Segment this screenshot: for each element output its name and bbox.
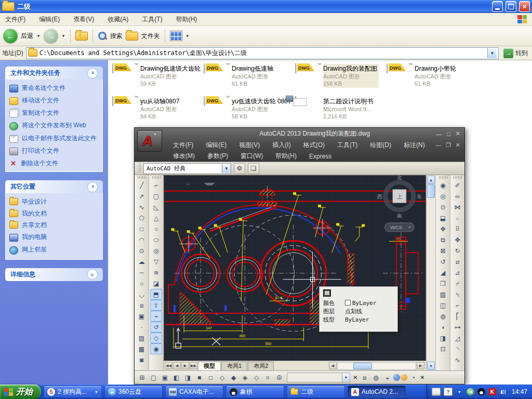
ne-iso-icon[interactable]: ◈ [240,373,250,383]
views-icon[interactable] [170,31,182,41]
views-dropdown-icon[interactable]: ▼ [185,34,190,38]
arc-tool-icon[interactable]: ◠ [136,234,148,245]
scroll-up-icon[interactable]: ▲ [427,176,435,184]
file-tile[interactable]: DWG™ Drawing低速级大齿轮AutoCAD 图形59 KB [112,64,204,95]
toolbar-close-icon[interactable]: ✕ [352,374,358,382]
tab-model[interactable]: 模型 [198,362,221,370]
planar-surface-tool-icon[interactable]: ◪ [150,278,162,289]
doc-minimize-button[interactable]: — [435,142,441,149]
copy-faces-icon[interactable]: ❐ [437,278,449,289]
bottom-view-icon[interactable]: ▣ [159,373,170,383]
acad-close-button[interactable]: ✕ [456,130,460,137]
planar-mapping-icon[interactable]: ◒ [382,373,393,383]
tray-app-icon[interactable]: ◀ [467,388,474,395]
tab-layout1[interactable]: 布局1 [221,362,247,370]
vertical-scrollbar[interactable]: ▲ ▼ [426,175,435,370]
menu-file[interactable]: 文件(F) [5,15,25,24]
acad-maximize-button[interactable]: □ [447,131,450,137]
imprint-icon[interactable]: ⬓ [437,212,449,223]
back-dropdown-icon[interactable]: ▼ [36,34,41,38]
qq-tray-icon[interactable] [477,388,485,395]
place-shared-documents[interactable]: 共享文档 [9,221,99,229]
back-button-icon[interactable]: ← [3,29,18,43]
chevron-up-icon[interactable]: » [87,182,98,192]
file-tile[interactable]: DWG™ Drawing小带轮AutoCAD 图形51 KB [387,64,478,95]
extend-tool-icon[interactable]: ⍀ [451,289,463,300]
acad-menu-help[interactable]: 帮助(H) [275,152,297,161]
presspull-tool-icon[interactable]: ⇧ [150,300,162,311]
break-tool-icon[interactable]: ⎡ [451,311,463,322]
taskbar-button-caxa[interactable]: XM CAXA电子... [165,385,223,398]
acad-menu-tools[interactable]: 工具(T) [337,141,357,150]
extrude-tool-icon[interactable]: ⬒ [150,289,162,300]
network-signal-icon[interactable]: ▮)) [499,388,507,395]
workspace-save-icon[interactable]: ❏ [248,163,259,174]
nw-iso-icon[interactable]: ◇ [251,373,262,383]
rotate-faces-icon[interactable]: ↺ [437,256,449,267]
forward-dropdown-icon[interactable]: ▼ [61,34,65,38]
render-settings-icon[interactable]: ◔ [408,373,419,383]
shell-icon[interactable]: ◍ [437,311,449,322]
scroll-down-icon[interactable]: ▼ [427,362,435,370]
drawing-canvas[interactable]: ⌂ [164,175,426,361]
torus-tool-icon[interactable]: ◎ [150,245,162,256]
folders-icon[interactable] [126,32,138,41]
sphere-tool-icon[interactable]: ○ [150,223,162,234]
sweep-tool-icon[interactable]: ⌁ [150,311,162,322]
ellipse-arc-tool-icon[interactable]: ◡ [136,289,148,300]
wedge-tool-icon[interactable]: ◺ [150,202,162,212]
navigation-wheel-icon[interactable]: ☮ [274,373,285,383]
clean-icon[interactable]: ◖ [437,322,449,332]
taper-faces-icon[interactable]: ◢ [437,267,449,278]
task-print[interactable]: 打印这个文件 [9,147,99,155]
address-input[interactable]: C:\Documents and Settings\Administrator\… [26,47,499,59]
render-region-icon[interactable]: ⧈ [359,373,370,383]
place-my-documents[interactable]: 我的文档 [9,210,99,217]
restore-button[interactable] [506,1,516,12]
back-label[interactable]: 后退 [21,32,33,41]
menu-favorites[interactable]: 收藏(A) [108,15,128,24]
line-tool-icon[interactable]: ╱ [136,180,148,191]
task-publish[interactable]: 将这个文件发布到 Web [9,122,99,130]
place-network[interactable]: 网上邻居 [9,246,99,255]
last-tab-icon[interactable]: ▶▶ [190,362,197,369]
intersect-icon[interactable]: ⊙ [437,202,449,212]
make-block-tool-icon[interactable]: ▣ [136,311,148,322]
array-tool-icon[interactable]: ⠿ [451,223,463,234]
union-tool-icon[interactable]: ◉ [150,343,162,354]
close-button[interactable]: × [519,1,530,12]
doc-close-button[interactable]: ✕ [456,142,460,149]
right-view-icon[interactable]: ◨ [182,373,193,383]
tab-layout2[interactable]: 布局2 [248,362,274,370]
search-icon[interactable] [98,31,107,41]
forward-button-icon[interactable]: → [44,29,58,43]
named-views-icon[interactable]: ⊞ [137,373,148,383]
acad-menu-file[interactable]: 文件(F) [173,141,193,150]
autocad-titlebar[interactable]: A▼ AutoCAD 2013 Drawing我的装配图.dwg — □ ✕ 文… [135,128,464,162]
rotate-tool-icon[interactable]: ↻ [451,245,463,256]
mirror-tool-icon[interactable]: ⋈ [451,202,463,212]
workspace-dropdown-icon[interactable]: ▼ [222,164,231,173]
offset-tool-icon[interactable]: ⌔ [451,212,463,223]
acad-menu-edit[interactable]: 编辑(E) [206,141,227,150]
toolbar-close-icon[interactable]: ✕ [419,374,425,382]
region-tool-icon[interactable]: ◙ [136,354,148,365]
render-sphere-icon[interactable] [401,374,407,381]
combo-dropdown-icon[interactable]: ▼ [342,373,350,382]
start-button[interactable]: 开始 [0,384,41,399]
file-tile-selected[interactable]: DWG™ Drawing我的装配图AutoCAD 图形158 KB [295,64,387,95]
place-my-computer[interactable]: 我的电脑 [9,233,99,242]
acad-menu-modify[interactable]: 修改(M) [173,152,195,161]
check-icon[interactable]: ⊡ [437,343,449,354]
task-move[interactable]: 移动这个文件 [9,97,99,105]
fillet-tool-icon[interactable]: ◝ [451,343,463,354]
xline-tool-icon[interactable]: ↗ [136,191,148,202]
back-view-icon[interactable]: □ [205,373,216,383]
antivirus-tray-icon[interactable]: K [488,388,496,395]
trim-tool-icon[interactable]: ⌿ [451,278,463,289]
folders-label[interactable]: 文件夹 [141,32,160,41]
acad-menu-express[interactable]: Express [309,153,331,160]
spline-tool-icon[interactable]: ∼ [136,267,148,278]
move-faces-icon[interactable]: ✥ [437,223,449,234]
task-delete[interactable]: ✕删除这个文件 [9,159,99,167]
